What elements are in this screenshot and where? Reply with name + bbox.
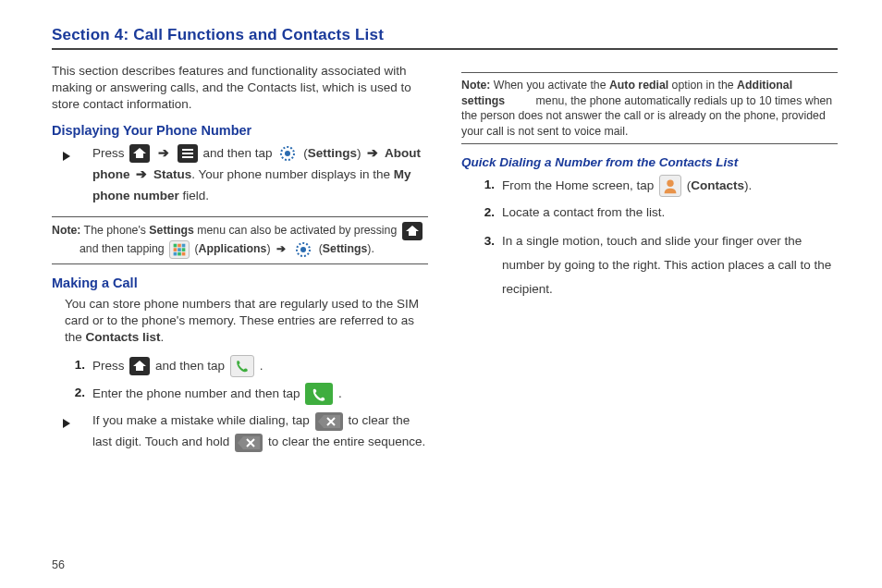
- quick-step-2: 2. Locate a contact from the list.: [485, 202, 838, 224]
- text: From the Home screen, tap: [502, 178, 657, 192]
- page-number: 56: [52, 558, 65, 571]
- step-number: 1.: [469, 175, 495, 196]
- right-column: Note: When you activate the Auto redial …: [461, 63, 838, 459]
- svg-point-16: [667, 180, 673, 187]
- text: Enter the phone number and then tap: [92, 386, 303, 400]
- arrow-icon: ➔: [276, 241, 286, 257]
- svg-rect-0: [182, 149, 193, 151]
- note-label: Note:: [52, 224, 80, 237]
- svg-rect-2: [182, 156, 193, 158]
- heading-making-call: Making a Call: [52, 276, 428, 290]
- note-line2: and then tapping (Applications) ➔ (Setti…: [52, 240, 428, 259]
- svg-point-15: [300, 247, 306, 252]
- display-steps: Press ➔ and then tap (Settings) ➔ About …: [52, 143, 428, 207]
- text: and then tapping: [80, 242, 167, 255]
- bullet-triangle-icon: [63, 147, 70, 168]
- text: In a single motion, touch and slide your…: [502, 234, 831, 295]
- text: (Contacts).: [687, 178, 753, 192]
- text: Locate a contact from the list.: [502, 205, 665, 219]
- text: and then tap: [155, 359, 228, 373]
- text: Press: [92, 146, 128, 160]
- making-step-1: 1. Press and then tap .: [76, 355, 428, 377]
- bullet-triangle-icon: [63, 414, 70, 435]
- text: .: [338, 386, 342, 400]
- text: When you activate the: [490, 79, 609, 92]
- svg-rect-11: [174, 251, 178, 255]
- arrow-icon: ➔: [136, 165, 147, 186]
- svg-rect-13: [182, 251, 186, 255]
- text: to clear the entire sequence.: [268, 435, 425, 448]
- svg-rect-9: [178, 248, 181, 251]
- two-column-layout: This section describes features and func…: [52, 63, 838, 459]
- text: If you make a mistake while dialing, tap: [92, 413, 313, 427]
- quick-step-3: 3. In a single motion, touch and slide y…: [485, 229, 838, 300]
- contacts-list-label: Contacts list: [86, 330, 161, 344]
- backspace-icon: [235, 434, 263, 452]
- text: . Your phone number displays in the: [191, 167, 393, 181]
- backspace-icon: [315, 412, 343, 431]
- text: .: [260, 359, 263, 373]
- arrow-icon: ➔: [158, 143, 169, 165]
- step-number: 2.: [59, 383, 85, 404]
- svg-rect-5: [174, 243, 178, 247]
- step-number: 3.: [469, 229, 495, 253]
- menu-key-icon: [178, 144, 198, 163]
- making-step-3: If you make a mistake while dialing, tap…: [76, 410, 428, 453]
- text: The phone's: [80, 224, 149, 237]
- text: (Settings).: [319, 242, 374, 255]
- making-call-intro: You can store phone numbers that are reg…: [52, 296, 428, 347]
- auto-redial-label: Auto redial: [609, 79, 668, 92]
- call-button-icon: [305, 383, 333, 405]
- svg-rect-1: [182, 153, 193, 154]
- text: (Settings): [303, 146, 364, 160]
- note-settings-activation: Note: The phone's Settings menu can also…: [52, 216, 428, 264]
- text: .: [161, 330, 165, 344]
- text: Settings: [149, 224, 194, 237]
- home-key-icon: [129, 144, 150, 163]
- making-step-2: 2. Enter the phone number and then tap .: [76, 383, 428, 405]
- text: and then tap: [203, 146, 276, 160]
- svg-rect-12: [178, 251, 181, 255]
- text: (Applications): [194, 242, 273, 255]
- note-auto-redial: Note: When you activate the Auto redial …: [461, 72, 838, 144]
- quick-step-1: 1. From the Home screen, tap (Contacts).: [485, 175, 838, 197]
- arrow-icon: ➔: [367, 143, 378, 165]
- text: option in the: [668, 79, 737, 92]
- svg-rect-7: [182, 243, 186, 247]
- applications-label: Applications: [199, 242, 267, 255]
- home-key-icon: [129, 357, 150, 375]
- text: menu can also be activated by pressing: [194, 224, 400, 237]
- home-key-icon: [402, 222, 423, 240]
- step-number: 1.: [59, 355, 85, 376]
- making-call-steps: 1. Press and then tap . 2. Enter the pho…: [52, 355, 428, 453]
- manual-page: Section 4: Call Functions and Contacts L…: [0, 0, 882, 588]
- settings-gear-icon: [293, 240, 313, 259]
- display-step-1: Press ➔ and then tap (Settings) ➔ About …: [76, 143, 428, 207]
- status-label: Status: [153, 167, 191, 181]
- step-number: 2.: [469, 202, 495, 224]
- text: Press: [92, 359, 128, 373]
- heading-quick-dial: Quick Dialing a Number from the Contacts…: [461, 155, 838, 169]
- phone-app-icon: [230, 355, 254, 377]
- left-column: This section describes features and func…: [52, 63, 428, 459]
- svg-point-4: [285, 151, 290, 156]
- settings-gear-icon: [277, 144, 298, 163]
- svg-rect-6: [178, 243, 181, 247]
- svg-rect-10: [182, 248, 186, 251]
- quick-dial-steps: 1. From the Home screen, tap (Contacts).…: [461, 175, 838, 300]
- applications-grid-icon: [169, 240, 190, 259]
- text: field.: [179, 189, 209, 202]
- text: menu, the phone automatically redials up…: [461, 94, 832, 138]
- section-title: Section 4: Call Functions and Contacts L…: [52, 26, 838, 50]
- heading-display-number: Displaying Your Phone Number: [52, 123, 428, 138]
- contacts-app-icon: [659, 175, 681, 197]
- note-label: Note:: [461, 79, 490, 92]
- settings-label: Settings: [308, 146, 357, 160]
- settings-label: Settings: [323, 242, 368, 255]
- svg-rect-8: [174, 248, 178, 251]
- contacts-label: Contacts: [691, 178, 744, 192]
- intro-paragraph: This section describes features and func…: [52, 63, 428, 114]
